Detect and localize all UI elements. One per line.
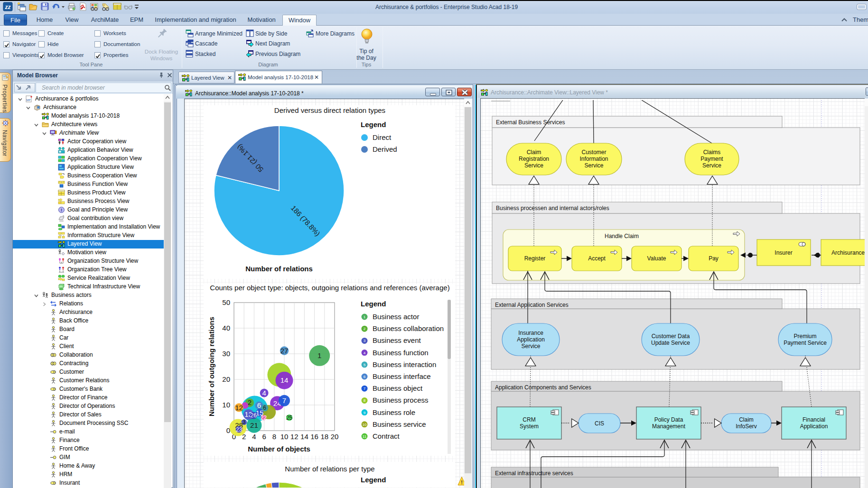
svg-text:Application: Application [800,423,828,430]
svg-text:9: 9 [364,411,366,415]
svg-text:3: 3 [364,339,366,343]
svg-text:Legend: Legend [361,300,386,308]
svg-text:Direct: Direct [373,133,392,141]
svg-text:Number of objects: Number of objects [248,445,310,453]
svg-text:2: 2 [364,327,366,331]
svg-text:8: 8 [272,433,276,441]
svg-text:Number of outgoing relations: Number of outgoing relations [207,317,215,416]
svg-text:18: 18 [320,433,328,441]
svg-text:Derived: Derived [373,145,397,153]
svg-text:Service: Service [584,162,603,169]
svg-text:Business actor: Business actor [373,313,419,321]
svg-text:External infrastructure servic: External infrastructure services [495,470,573,477]
svg-text:Insurance: Insurance [518,330,543,336]
svg-text:14: 14 [300,433,308,441]
svg-text:20: 20 [331,433,339,441]
svg-text:Application: Application [517,336,545,343]
svg-text:4: 4 [262,389,266,397]
svg-text:Information: Information [579,156,608,162]
svg-text:Business function: Business function [373,349,429,357]
svg-text:Legend: Legend [361,476,386,484]
svg-text:Pay: Pay [709,255,719,262]
svg-text:InfoServ: InfoServ [736,423,757,430]
svg-text:Service: Service [702,162,721,169]
svg-text:6: 6 [262,433,266,441]
svg-text:4: 4 [252,433,256,441]
svg-text:1: 1 [364,315,366,319]
svg-text:Business role: Business role [373,408,415,416]
svg-text:21: 21 [250,421,258,429]
svg-text:zz: zz [5,4,11,10]
svg-text:External Application Services: External Application Services [495,302,569,308]
svg-text:23: 23 [236,426,243,433]
svg-text:CRM: CRM [523,416,535,423]
svg-text:MP: MP [27,99,31,101]
svg-text:7: 7 [282,396,286,405]
svg-text:6: 6 [364,375,366,379]
svg-text:12: 12 [235,404,243,412]
svg-text:External Business Services: External Business Services [496,119,565,126]
svg-text:Registration: Registration [519,156,549,162]
svg-text:40: 40 [222,324,230,332]
svg-text:Legend: Legend [361,120,386,129]
svg-text:10: 10 [363,423,367,427]
svg-text:Claims: Claims [703,149,721,156]
svg-text:System: System [520,423,539,430]
svg-text:CIS: CIS [595,420,604,427]
svg-text:50: 50 [222,298,230,306]
svg-text:1: 1 [317,351,321,359]
svg-text:Business process: Business process [373,396,429,404]
svg-text:27: 27 [280,347,289,355]
svg-text:4: 4 [364,351,366,355]
svg-text:14: 14 [280,376,289,384]
svg-text:8: 8 [364,398,366,403]
svg-text:Business object: Business object [373,384,423,392]
svg-text:Payment: Payment [700,156,723,162]
svg-text:Premium: Premium [793,333,816,340]
svg-text:Business processen and interna: Business processen and internal actors/r… [496,205,609,212]
svg-text:Claim: Claim [527,149,541,156]
svg-text:Accept: Accept [588,255,606,262]
svg-text:5: 5 [364,363,366,367]
svg-text:Register: Register [524,255,546,262]
svg-text:!: ! [461,479,463,485]
svg-text:Business event: Business event [373,336,421,344]
svg-text:30: 30 [222,350,230,358]
svg-text:Contract: Contract [373,432,400,440]
svg-text:25: 25 [286,414,293,421]
svg-text:Claim: Claim [739,416,754,423]
svg-text:Payment Service: Payment Service [784,340,827,346]
svg-text:Application Components and Ser: Application Components and Services [495,384,591,391]
svg-text:Business collaboration: Business collaboration [373,324,444,332]
svg-text:Management: Management [652,423,686,430]
svg-text:12: 12 [290,433,299,441]
svg-text:Customer: Customer [581,149,606,156]
svg-text:10: 10 [280,433,289,441]
svg-text:11: 11 [363,434,367,439]
svg-text:20: 20 [222,375,230,383]
svg-text:22: 22 [261,414,267,421]
svg-text:Insurer: Insurer [775,249,792,256]
svg-text:!: ! [61,208,62,212]
svg-text:Business interface: Business interface [373,372,431,380]
svg-text:Business service: Business service [373,420,426,428]
svg-text:Archisurance: Archisurance [831,249,865,256]
svg-text:Number of relations: Number of relations [245,265,313,273]
svg-text:Counts per object type: object: Counts per object type: objects, outgoin… [210,284,449,292]
svg-text:Customer Data: Customer Data [652,333,690,340]
svg-text:Business interaction: Business interaction [373,360,436,368]
svg-text:Service: Service [524,162,543,169]
svg-text:Service: Service [521,343,540,350]
svg-text:7: 7 [364,387,366,391]
svg-text:10: 10 [222,401,230,409]
svg-text:26: 26 [251,412,257,419]
svg-text:Number of relations per type: Number of relations per type [285,465,374,473]
svg-text:Valuate: Valuate [647,255,666,262]
svg-text:Update Service: Update Service [651,340,690,346]
svg-text:Derived versus direct relation: Derived versus direct relation types [274,106,385,114]
svg-text:Policy Data: Policy Data [654,416,683,423]
svg-text:Financial: Financial [803,416,825,423]
svg-text:16: 16 [310,433,318,441]
svg-text:Handle Claim: Handle Claim [605,233,639,239]
